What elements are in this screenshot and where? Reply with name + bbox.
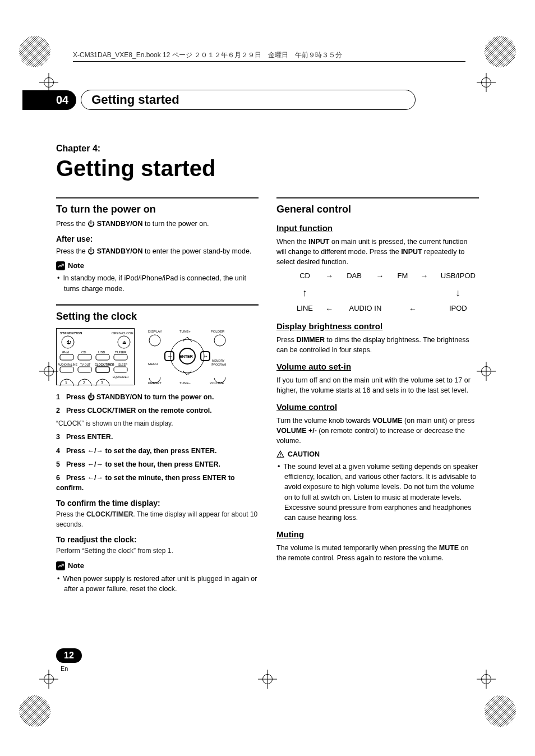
muting-text: The volume is muted temporarily when pre… [276,543,479,563]
step-1: 1Press ⏻ STANDBY/ON to turn the power on… [56,392,259,402]
svg-point-2 [19,695,50,727]
confirm-time-heading: To confirm the time display: [56,497,259,509]
section-power-on: To turn the power on [56,202,259,216]
svg-point-32 [214,335,225,346]
arrow-left-icon: ← [325,303,333,315]
chapter-kicker: Chapter 4: [56,144,479,154]
note-item: In standby mode, if iPod/iPhone/iPad is … [64,273,259,293]
remote-diagrams: STANDBY/ON OPEN/CLOSE ⏻ ⏏ iPodCDUSBTUNER… [56,328,259,385]
muting-heading: Muting [276,528,479,541]
readjust-heading: To readjust the clock: [56,534,259,545]
step-4: 4Press ←/→ to set the day, then press EN… [56,446,259,456]
svg-text:CD: CD [81,351,86,354]
input-flowchart: CD→ DAB→ FM→ USB/IPOD ↑ ↓ LINE← AUDIO IN… [293,270,479,315]
section-general-control: General control [276,202,479,216]
svg-text:⏻: ⏻ [66,340,71,345]
book-metadata-line: X-CM31DAB_VXE8_En.book 12 ページ ２０１２年６月２９日… [73,50,465,62]
svg-point-3 [485,695,516,727]
arrow-right-icon: → [376,270,384,282]
svg-text:/PROGRAM: /PROGRAM [211,363,226,366]
warning-icon [276,450,284,458]
svg-text:⏏: ⏏ [122,340,127,345]
svg-text:TUNE–: TUNE– [179,381,191,385]
volume-control-heading: Volume control [276,401,479,413]
page-number: 12 [56,648,82,663]
svg-text:EQUALIZER: EQUALIZER [113,375,129,379]
input-function-heading: Input function [276,222,479,234]
svg-rect-23 [114,367,127,372]
chapter-number-pill: 04 [22,90,76,110]
label-openclose: OPEN/CLOSE [112,331,133,335]
section-setting-clock: Setting the clock [56,309,259,324]
svg-rect-22 [96,367,109,372]
remote-diagram-1: STANDBY/ON OPEN/CLOSE ⏻ ⏏ iPodCDUSBTUNER… [56,328,135,385]
page-footer: 12 En [56,648,82,672]
svg-text:FOLDER: FOLDER [211,330,225,333]
volume-auto-text: If you turn off and on the main unit wit… [276,375,479,395]
registration-mark [18,694,52,728]
svg-rect-21 [78,367,91,372]
svg-rect-15 [114,354,127,360]
svg-point-49 [280,456,280,457]
volume-control-text: Turn the volume knob towards VOLUME (on … [276,416,479,446]
registration-mark [483,35,517,68]
svg-text:TUNER: TUNER [115,351,127,354]
svg-text:MENU: MENU [148,362,158,366]
svg-rect-12 [60,354,73,360]
power-icon: ⏻ [87,220,95,228]
step-2-sub: “CLOCK” is shown on the main display. [56,419,259,428]
step-3: 3Press ENTER. [56,432,259,442]
crop-mark [477,670,496,689]
svg-text:iPod: iPod [62,351,69,354]
crop-mark [39,670,58,689]
readjust-text: Perform “Setting the clock” from step 1. [56,546,259,556]
standby-text: Press the ⏻ STANDBY/ON to enter the powe… [56,246,259,256]
svg-text:DISPLAY: DISPLAY [148,330,162,333]
svg-text:1: 1 [65,381,67,385]
note-label: Note [56,561,259,571]
arrow-down-icon: ↓ [455,285,460,300]
svg-text:3: 3 [101,381,103,385]
arrow-right-icon: → [325,270,333,282]
svg-rect-13 [78,354,91,360]
svg-text:VOLUME: VOLUME [210,381,224,385]
chapter-tab: Getting started [81,90,415,110]
svg-text:2: 2 [83,381,85,385]
power-on-text: Press the ⏻ STANDBY/ON to turn the power… [56,219,259,229]
chapter-title: Getting started [56,156,479,181]
svg-text:USB: USB [98,351,105,354]
svg-text:PRESET: PRESET [148,381,162,385]
svg-text:TUNE+: TUNE+ [179,330,191,333]
step-6: 6Press ←/→ to set the minute, then press… [56,473,259,493]
note-item: When power supply is restored after unit… [64,574,259,594]
remote-diagram-2: DISPLAYTUNE+FOLDER ENTER ← → MENU MEMORY… [146,328,230,385]
crop-mark [39,362,58,381]
caution-item: The sound level at a given volume settin… [284,462,479,523]
crop-mark [258,670,277,689]
crop-mark [477,362,496,381]
label-standby: STANDBY/ON [60,331,82,335]
svg-text:ENTER: ENTER [179,354,193,358]
arrow-right-icon: → [421,270,428,282]
registration-mark [483,694,517,728]
svg-text:MEMORY: MEMORY [212,359,225,362]
note-icon [56,261,65,270]
step-2: 2Press CLOCK/TIMER on the remote control… [56,405,259,416]
crop-mark [39,73,58,92]
brightness-heading: Display brightness control [276,320,479,333]
input-function-text: When the INPUT on main unit is pressed, … [276,237,479,267]
right-column: General control Input function When the … [276,197,479,596]
power-icon: ⏻ [87,247,95,255]
caution-label: CAUTION [276,449,479,459]
note-label: Note [56,261,259,271]
svg-rect-20 [60,367,73,372]
svg-text:→: → [202,353,209,359]
svg-text:AUDIO IN/LINE: AUDIO IN/LINE [58,363,77,366]
svg-text:SLEEP: SLEEP [118,363,128,366]
svg-point-0 [19,36,50,67]
svg-point-1 [485,36,516,67]
svg-text:CLOCK/TIMER: CLOCK/TIMER [95,363,114,366]
after-use-heading: After use: [56,233,259,245]
left-column: To turn the power on Press the ⏻ STANDBY… [56,197,259,596]
chapter-header: 04 Getting started [56,90,479,110]
